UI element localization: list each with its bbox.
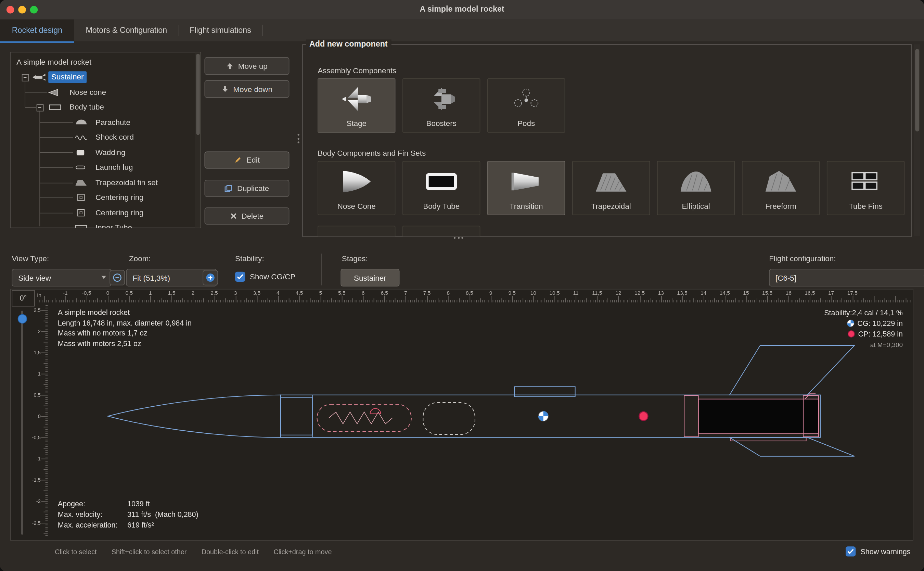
delete-x-icon	[230, 213, 237, 219]
window-title: A simple model rocket	[0, 5, 924, 14]
rocket-mass-empty: Mass with no motors 1,7 oz	[58, 328, 192, 339]
stability-value: 2,4 cal / 14,1 %	[852, 309, 903, 317]
duplicate-label: Duplicate	[237, 184, 269, 193]
hint-double-click: Double-click to edit	[202, 548, 259, 555]
edit-button[interactable]: Edit	[205, 152, 290, 169]
body-components-heading: Body Components and Fin Sets	[317, 148, 426, 157]
check-icon	[237, 274, 243, 279]
stability-info-block: Stability:2,4 cal / 14,1 % CG: 10,229 in…	[824, 308, 903, 350]
tab-rocket-design[interactable]: Rocket design	[0, 20, 74, 43]
acceleration-label: Max. acceleration:	[58, 520, 127, 531]
show-warnings-checkbox[interactable]	[845, 546, 856, 556]
tree-item-label: Sustainer	[48, 71, 86, 83]
component-button-tube-fins[interactable]: Tube Fins	[827, 161, 904, 215]
tree-item-label: Nose cone	[69, 86, 106, 98]
move-up-button[interactable]: Move up	[205, 57, 290, 75]
hint-click-select: Click to select	[55, 548, 97, 555]
move-down-button[interactable]: Move down	[205, 80, 290, 98]
boosters-icon	[403, 86, 480, 113]
tree-item-launch-lug[interactable]: Launch lug	[11, 160, 194, 175]
component-button-nose-cone[interactable]: Nose Cone	[317, 161, 395, 215]
stage-toggle-sustainer[interactable]: Sustainer	[340, 269, 399, 287]
move-down-label: Move down	[233, 85, 272, 93]
chevron-down-icon	[101, 276, 106, 279]
tree-item-label: Trapezoidal fin set	[95, 177, 158, 188]
tree-item-label: Shock cord	[95, 131, 134, 143]
collapse-toggle[interactable]	[22, 74, 29, 82]
component-button-partial-1[interactable]	[317, 226, 395, 237]
component-button-partial-2[interactable]	[402, 226, 480, 237]
body-tube-icon	[48, 103, 62, 111]
app-window: A simple model rocket Rocket design Moto…	[0, 0, 924, 571]
view-type-select[interactable]: Side view	[12, 269, 111, 287]
tree-item-rocket-root[interactable]: A simple model rocket	[11, 55, 194, 70]
toolbar-separator	[321, 253, 322, 285]
velocity-value: 311 ft/s (Mach 0,280)	[127, 511, 199, 519]
tree-item-parachute[interactable]: Parachute	[11, 115, 194, 130]
collapse-toggle[interactable]	[37, 104, 44, 112]
titlebar: A simple model rocket	[0, 0, 924, 20]
tree-item-trapezoidal-fin-set[interactable]: Trapezoidal fin set	[11, 175, 194, 190]
fin-set-icon	[74, 179, 88, 187]
component-button-boosters[interactable]: Boosters	[402, 79, 480, 133]
tree-item-shock-cord[interactable]: Shock cord	[11, 130, 194, 145]
splitter-grip-horizontal[interactable]	[454, 237, 464, 239]
wadding-icon	[74, 148, 88, 157]
duplicate-button[interactable]: Duplicate	[205, 180, 290, 197]
hint-click-drag: Click+drag to move	[273, 548, 332, 555]
splitter-grip-vertical[interactable]	[298, 134, 299, 144]
component-button-body-tube[interactable]: Body Tube	[402, 161, 480, 215]
tree-item-label: Centering ring	[95, 192, 144, 203]
component-button-trapezoidal[interactable]: Trapezoidal	[572, 161, 650, 215]
component-button-stage[interactable]: Stage	[317, 79, 395, 133]
flight-configuration-label: Flight configuration:	[769, 254, 836, 263]
component-button-transition[interactable]: Transition	[487, 161, 565, 215]
rocket-mass-motors: Mass with motors 2,51 oz	[58, 339, 192, 349]
cg-marker	[538, 411, 548, 421]
pods-icon	[488, 86, 565, 113]
parachute-icon	[74, 119, 88, 127]
add-component-panel: Assembly Components Stage Boosters Pods …	[302, 44, 911, 237]
tree-item-label: Inner Tube	[95, 221, 132, 228]
panel-scrollbar-thumb[interactable]	[915, 49, 919, 131]
stability-caption: Stability:	[824, 309, 852, 317]
tab-motors-configuration[interactable]: Motors & Configuration	[74, 20, 179, 42]
zoom-value: Fit (51,3%)	[132, 273, 170, 282]
tree-item-wadding[interactable]: Wadding	[11, 145, 194, 160]
cp-legend-icon	[848, 330, 855, 338]
arrow-up-icon	[226, 63, 233, 70]
rocket-icon	[32, 73, 46, 82]
delete-label: Delete	[241, 211, 263, 221]
component-button-pods[interactable]: Pods	[487, 79, 565, 133]
tab-flight-simulations[interactable]: Flight simulations	[179, 20, 262, 42]
panel-scrollbar[interactable]	[914, 44, 920, 236]
trapezoidal-fin-icon	[573, 168, 650, 195]
flight-configuration-select[interactable]: [C6-5]	[769, 269, 924, 287]
tree-item-label: Wadding	[95, 147, 126, 159]
zoom-label: Zoom:	[129, 254, 151, 263]
component-button-freeform[interactable]: Freeform	[742, 161, 819, 215]
stage-icon	[318, 86, 395, 113]
tree-item-inner-tube[interactable]: Inner Tube	[11, 220, 194, 228]
show-cgcp-checkbox[interactable]	[235, 272, 245, 282]
tree-item-sustainer[interactable]: Sustainer	[11, 69, 194, 85]
show-warnings-label: Show warnings	[860, 547, 910, 556]
tree-scrollbar-thumb[interactable]	[196, 54, 200, 135]
tree-item-centering-ring-2[interactable]: Centering ring	[11, 205, 194, 221]
tree-item-body-tube[interactable]: Body tube	[11, 100, 194, 115]
freeform-fin-icon	[742, 168, 819, 195]
delete-button[interactable]: Delete	[205, 207, 290, 225]
move-up-label: Move up	[238, 62, 268, 71]
flight-summary-block: Apogee:1039 ft Max. velocity:311 ft/s (M…	[58, 499, 199, 531]
rocket-dimensions: Length 16,748 in, max. diameter 0,984 in	[58, 318, 192, 328]
assembly-components-heading: Assembly Components	[317, 66, 396, 75]
tree-item-nose-cone[interactable]: Nose cone	[11, 85, 194, 100]
tree-scrollbar[interactable]	[195, 52, 200, 227]
zoom-out-button[interactable]	[109, 270, 125, 286]
component-button-elliptical[interactable]: Elliptical	[657, 161, 735, 215]
tab-separator	[179, 25, 179, 36]
tree-item-label: Parachute	[95, 117, 130, 128]
tree-item-centering-ring-1[interactable]: Centering ring	[11, 190, 194, 205]
zoom-in-button[interactable]	[203, 270, 218, 286]
cg-caption: CG:	[857, 319, 870, 327]
